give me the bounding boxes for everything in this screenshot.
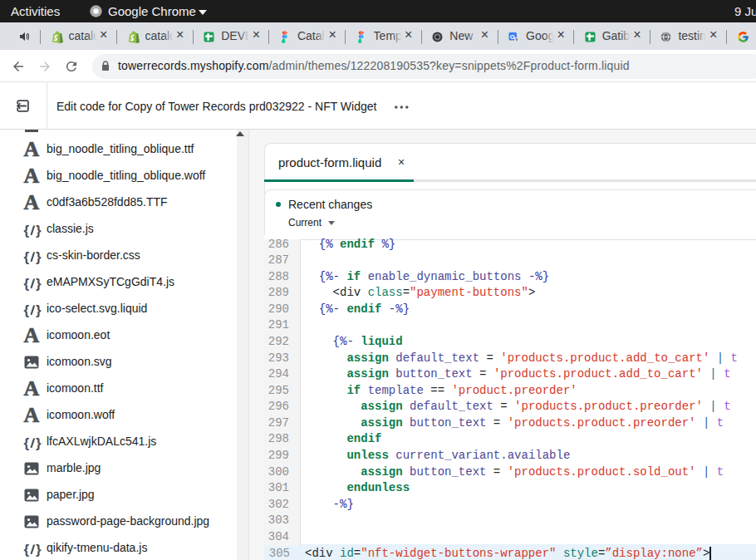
svg-text:G: G <box>510 33 515 41</box>
svg-text:{: { <box>24 542 30 558</box>
svg-text:}: } <box>36 276 42 292</box>
svg-text:}: } <box>36 302 42 318</box>
svg-text:{: { <box>24 276 30 292</box>
svg-text:{: { <box>24 223 30 238</box>
svg-text:}: } <box>36 223 42 238</box>
svg-text:{: { <box>24 302 30 318</box>
svg-text:}: } <box>36 542 42 558</box>
svg-text:{: { <box>24 435 30 451</box>
svg-text:}: } <box>36 249 42 265</box>
svg-text:}: } <box>36 435 42 451</box>
svg-text:{: { <box>24 249 30 265</box>
